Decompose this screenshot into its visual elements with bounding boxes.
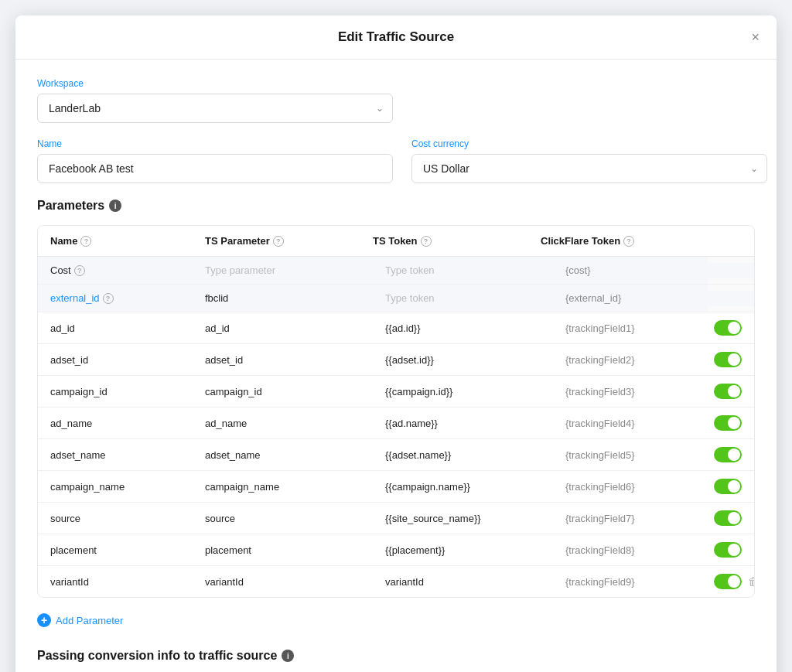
table-row: ad_id ad_id {{ad.id}} {trackingField1} [38,312,754,344]
row-adset-name-name: adset_name [38,442,193,469]
name-label: Name [37,138,393,149]
external-id-ts-param-input[interactable] [205,292,360,304]
conversion-section-title: Passing conversion info to traffic sourc… [37,649,755,663]
row-adset-id-ts-param: adset_id [193,346,373,374]
row-campaign-id-ts-param: campaign_id [193,378,373,405]
row-adset-name-toggle[interactable] [714,447,742,462]
row-campaign-name-toggle-cell [708,471,754,502]
row-ad-id-toggle[interactable] [714,320,742,336]
table-row: Cost ? {cost} [38,257,754,285]
row-external-id-name: external_id ? [38,285,193,312]
table-row: campaign_name campaign_name {{campaign.n… [38,471,754,503]
row-variant-id-toggle[interactable] [714,574,742,589]
row-variant-id-delete-icon[interactable]: 🗑 [748,575,755,588]
conversion-title-text: Passing conversion info to traffic sourc… [37,649,277,663]
workspace-select[interactable]: LanderLab [37,94,393,123]
row-campaign-id-cf-token: {trackingField3} [553,378,708,405]
parameters-info-icon[interactable]: i [109,200,121,212]
currency-label: Cost currency [411,138,767,149]
workspace-label: Workspace [37,78,755,89]
row-ad-name-toggle-cell [708,408,754,438]
table-row: campaign_id campaign_id {{campaign.id}} … [38,376,754,408]
external-id-ts-token-input[interactable] [385,292,541,304]
table-row: ad_name ad_name {{ad.name}} {trackingFie… [38,408,754,439]
row-adset-id-cf-token: {trackingField2} [553,346,708,374]
row-external-id-ts-token [373,285,553,312]
row-variant-id-name: variantId [38,568,193,595]
row-source-toggle-cell [708,503,754,534]
row-adset-id-ts-token: {{adset.id}} [373,346,553,374]
row-source-cf-token: {trackingField7} [553,505,708,532]
row-external-id-actions [708,291,754,306]
conversion-info-icon[interactable]: i [282,650,294,662]
table-row: adset_id adset_id {{adset.id}} {tracking… [38,344,754,376]
row-external-id-cf-token: {external_id} [553,285,708,312]
cost-ts-param-input[interactable] [205,264,360,276]
row-ad-name-ts-token: {{ad.name}} [373,410,553,437]
name-col-help-icon[interactable]: ? [80,236,91,247]
row-adset-name-ts-token: {{adset.name}} [373,442,553,469]
add-parameter-button[interactable]: + Add Parameter [37,607,123,633]
currency-select-wrapper: US Dollar Euro GBP ⌄ [411,154,767,183]
row-adset-id-name: adset_id [38,346,193,374]
ts-param-col-help-icon[interactable]: ? [273,236,284,247]
row-campaign-name-name: campaign_name [38,473,193,500]
cf-token-col-help-icon[interactable]: ? [623,236,634,247]
row-campaign-name-cf-token: {trackingField6} [553,473,708,500]
cost-ts-token-input[interactable] [385,264,541,276]
conversion-section: Passing conversion info to traffic sourc… [37,649,755,663]
cost-help-icon[interactable]: ? [74,265,85,276]
currency-select[interactable]: US Dollar Euro GBP [411,154,767,183]
row-source-toggle[interactable] [714,510,742,526]
parameters-table: Name ? TS Parameter ? TS Token ? ClickFl… [37,225,755,598]
row-campaign-id-ts-token: {{campaign.id}} [373,378,553,405]
row-ad-id-toggle-cell [708,312,754,343]
row-variant-id-ts-param: variantId [193,568,373,595]
currency-field-col: Cost currency US Dollar Euro GBP ⌄ [411,138,767,183]
row-ad-id-ts-param: ad_id [193,315,373,342]
add-parameter-label: Add Parameter [56,615,123,626]
col-ts-token: TS Token ? [373,235,541,247]
row-ad-name-ts-param: ad_name [193,410,373,437]
close-button[interactable]: × [748,27,763,47]
name-input-wrapper [37,154,393,183]
workspace-select-wrapper: LanderLab ⌄ [37,94,393,123]
modal-header: Edit Traffic Source × [15,15,777,60]
row-variant-id-ts-token: variantId [373,568,553,595]
row-placement-cf-token: {trackingField8} [553,537,708,564]
row-cost-ts-token [373,257,553,284]
row-variant-id-cf-token: {trackingField9} [553,568,708,595]
edit-traffic-source-modal: Edit Traffic Source × Workspace LanderLa… [15,15,777,672]
row-campaign-name-ts-param: campaign_name [193,473,373,500]
row-source-name: source [38,505,193,532]
row-adset-id-toggle[interactable] [714,352,742,367]
row-placement-ts-token: {{placement}} [373,537,553,564]
add-parameter-plus-icon: + [37,613,51,627]
table-row: external_id ? {external_id} [38,285,754,312]
row-ad-id-ts-token: {{ad.id}} [373,315,553,342]
row-cost-actions [708,263,754,278]
row-placement-toggle[interactable] [714,542,742,558]
row-ad-id-name: ad_id [38,315,193,342]
table-header: Name ? TS Parameter ? TS Token ? ClickFl… [38,226,754,257]
row-campaign-id-toggle-cell [708,376,754,407]
row-ad-name-name: ad_name [38,410,193,437]
col-ts-param: TS Parameter ? [205,235,373,247]
row-cost-cf-token: {cost} [553,257,708,284]
name-currency-row: Name Cost currency US Dollar Euro GBP ⌄ [37,138,755,183]
row-campaign-name-ts-token: {{campaign.name}} [373,473,553,500]
row-campaign-id-toggle[interactable] [714,384,742,399]
ts-token-col-help-icon[interactable]: ? [421,236,432,247]
row-cost-ts-param [193,257,373,284]
row-adset-name-ts-param: adset_name [193,442,373,469]
row-campaign-id-name: campaign_id [38,378,193,405]
table-row: source source {{site_source_name}} {trac… [38,503,754,534]
col-name: Name ? [50,235,205,247]
external-id-help-icon[interactable]: ? [103,293,114,304]
name-input[interactable] [37,154,393,183]
modal-title: Edit Traffic Source [338,29,454,45]
row-placement-name: placement [38,537,193,564]
name-field-col: Name [37,138,393,183]
row-ad-name-toggle[interactable] [714,415,742,431]
row-campaign-name-toggle[interactable] [714,479,742,494]
